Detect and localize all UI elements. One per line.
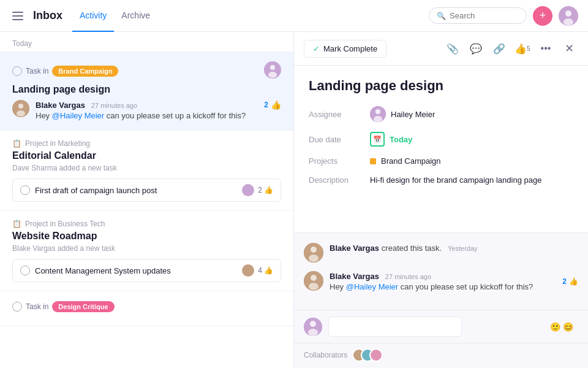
- more-options-icon[interactable]: •••: [537, 39, 555, 58]
- activity-body-message: Blake Vargas 27 minutes ago Hey @Hailey …: [330, 271, 556, 291]
- task-detail-panel: ✓ Mark Complete 📎 💬 🔗 👍5 ••• ✕ Landing p…: [294, 32, 588, 368]
- project-label-roadmap: 📋 Project in Business Tech: [12, 220, 281, 228]
- mention: @Hailey Meier: [52, 111, 104, 120]
- projects-row: Projects Brand Campaign: [309, 156, 573, 166]
- search-icon: 🔍: [437, 12, 446, 20]
- toolbar-icons: 📎 💬 🔗 👍5 ••• ✕: [443, 39, 578, 58]
- project-subtitle: Dave Sharma added a new task: [12, 164, 281, 172]
- activity-like-count[interactable]: 2 👍: [562, 271, 578, 291]
- like-icon-detail: 👍: [569, 277, 578, 286]
- assignee-avatar: [370, 106, 386, 122]
- menu-button[interactable]: [10, 9, 26, 23]
- tab-activity[interactable]: Activity: [72, 0, 114, 32]
- clipboard-icon-2: 📋: [12, 220, 21, 228]
- activity-text: Hey @Hailey Meier can you please set up …: [330, 282, 556, 291]
- header-left: Inbox Activity Archive: [10, 0, 157, 32]
- search-input[interactable]: [450, 11, 511, 20]
- inbox-list: Today Task in Brand Campaign Landing pag…: [0, 32, 294, 368]
- commenter-avatar: [12, 100, 29, 117]
- svg-point-8: [17, 110, 25, 117]
- brand-campaign-tag: Brand Campaign: [52, 66, 118, 77]
- like-icon: 👍: [264, 186, 273, 194]
- detail-toolbar: ✓ Mark Complete 📎 💬 🔗 👍5 ••• ✕: [294, 32, 588, 66]
- comment-time: 27 minutes ago: [91, 102, 137, 109]
- task-avatar: [242, 184, 254, 196]
- like-count[interactable]: 2 👍: [264, 100, 281, 110]
- comment-input-wrapper: 🙂 😊: [328, 316, 578, 337]
- thumbs-up-icon: 👍: [271, 100, 281, 110]
- comment-row: Blake Vargas 27 minutes ago Hey @Hailey …: [12, 100, 281, 120]
- main-layout: Today Task in Brand Campaign Landing pag…: [0, 32, 588, 368]
- task-text: First draft of campaign launch post: [35, 186, 237, 195]
- svg-point-4: [270, 65, 275, 70]
- comment-text-input[interactable]: [328, 316, 462, 337]
- calendar-icon: 📅: [370, 132, 385, 147]
- like-icon-2: 👍: [264, 266, 273, 275]
- collaborators-label: Collaborators: [304, 351, 347, 359]
- project-label: 📋 Project in Marketing: [12, 139, 281, 148]
- assignee-value: Hailey Meier: [370, 106, 435, 122]
- svg-point-2: [564, 18, 573, 26]
- header-nav: Activity Archive: [72, 0, 157, 32]
- activity-comment-created: Blake Vargas created this task. Yesterda…: [304, 243, 578, 263]
- item-avatar: [264, 61, 281, 79]
- emoji-buttons[interactable]: 🙂 😊: [550, 322, 573, 332]
- inbox-item-editorial[interactable]: 📋 Project in Marketing Editorial Calenda…: [0, 131, 293, 211]
- activity-timestamp-2: 27 minutes ago: [385, 273, 431, 280]
- link-icon[interactable]: 🔗: [490, 39, 508, 58]
- description-label: Description: [309, 175, 370, 185]
- svg-point-13: [311, 247, 317, 253]
- project-subtitle-roadmap: Blake Vargas added a new task: [12, 244, 281, 253]
- emoji-icon[interactable]: 😊: [563, 322, 573, 332]
- conversation-icon[interactable]: 💬: [467, 39, 485, 58]
- collaborators-row: Collaborators: [294, 343, 588, 368]
- task-row: First draft of campaign launch post 2 👍: [12, 178, 281, 202]
- collaborator-avatar-3: [369, 348, 383, 362]
- search-bar[interactable]: 🔍: [429, 7, 527, 24]
- activity-action: created this task.: [382, 243, 442, 253]
- projects-label: Projects: [309, 156, 370, 166]
- inbox-item-roadmap[interactable]: 📋 Project in Business Tech Website Roadm…: [0, 211, 293, 291]
- add-button[interactable]: +: [533, 6, 552, 26]
- svg-point-19: [310, 321, 316, 327]
- comment-text: Hey @Hailey Meier can you please set up …: [36, 111, 258, 120]
- task-check-circle: [12, 66, 22, 76]
- close-button[interactable]: ✕: [560, 39, 578, 58]
- current-user-avatar: [304, 318, 322, 336]
- inbox-item-title: Landing page design: [12, 84, 281, 95]
- svg-point-16: [311, 275, 317, 281]
- design-critique-tag: Design Critique: [52, 301, 114, 312]
- svg-point-11: [374, 116, 382, 122]
- smiley-icon[interactable]: 🙂: [550, 322, 560, 332]
- assignee-row: Assignee Hailey Meier: [309, 106, 573, 122]
- thumbs-up-toolbar-icon[interactable]: 👍5: [513, 39, 532, 58]
- inbox-item-design-critique[interactable]: Task in Design Critique: [0, 291, 293, 326]
- design-critique-header: Task in Design Critique: [12, 301, 281, 312]
- svg-point-1: [565, 10, 571, 17]
- tab-archive[interactable]: Archive: [114, 0, 157, 32]
- check-icon: ✓: [313, 44, 320, 53]
- app-header: Inbox Activity Archive 🔍 +: [0, 0, 588, 32]
- svg-point-17: [309, 283, 318, 290]
- clipboard-icon: 📋: [12, 139, 21, 148]
- description-value: Hi-fi design for the brand campaign land…: [370, 175, 541, 185]
- svg-point-14: [309, 255, 318, 262]
- svg-point-7: [18, 104, 23, 109]
- user-avatar[interactable]: [559, 6, 578, 26]
- task-check-roadmap: [20, 266, 30, 275]
- activity-avatar-blake: [304, 243, 323, 263]
- comment-content: Blake Vargas 27 minutes ago Hey @Hailey …: [36, 100, 258, 120]
- task-detail-title: Landing page design: [309, 78, 573, 94]
- task-likes-roadmap: 4 👍: [258, 266, 273, 275]
- inbox-item-landing-page[interactable]: Task in Brand Campaign Landing page desi…: [0, 52, 293, 131]
- svg-point-5: [268, 72, 277, 78]
- mark-complete-button[interactable]: ✓ Mark Complete: [304, 40, 386, 58]
- collaborator-avatars: [352, 348, 380, 362]
- header-right: 🔍 +: [429, 6, 578, 26]
- task-check-circle-2: [12, 302, 22, 312]
- due-date-row: Due date 📅 Today: [309, 132, 573, 147]
- attachment-icon[interactable]: 📎: [443, 39, 462, 58]
- detail-content: Landing page design Assignee Hailey Meie…: [294, 66, 588, 232]
- project-dot: [370, 158, 376, 164]
- svg-point-20: [308, 329, 318, 336]
